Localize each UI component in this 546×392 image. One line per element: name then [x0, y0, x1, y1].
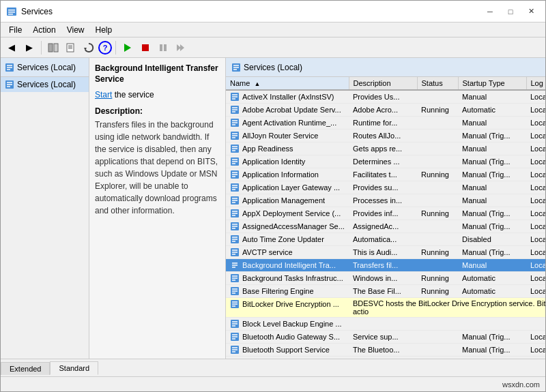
- status-bar: wsxdn.com: [1, 376, 545, 391]
- service-icon: [230, 170, 240, 179]
- main-window: Services ─ □ ✕ File Action View Help ◀ ▶…: [0, 0, 546, 392]
- col-header-status[interactable]: Status: [417, 77, 458, 90]
- service-status-cell: Running: [417, 285, 458, 298]
- show-hide-button[interactable]: [45, 40, 61, 56]
- col-header-logon[interactable]: Log On: [526, 77, 545, 90]
- service-startup-cell: Automatic: [458, 285, 526, 298]
- table-row[interactable]: AppX Deployment Service (... Provides in…: [226, 207, 545, 220]
- service-desc-cell: Routes AllJo...: [349, 130, 417, 142]
- table-row[interactable]: Bluetooth Audio Gateway S... Service sup…: [226, 331, 545, 344]
- svg-rect-12: [142, 44, 149, 51]
- service-logon-cell: Local Sy...: [526, 142, 545, 155]
- service-desc-cell: Determines ...: [349, 155, 417, 168]
- back-button[interactable]: ◀: [3, 40, 20, 56]
- table-row[interactable]: Application Information Facilitates t...…: [226, 168, 545, 181]
- minimize-button[interactable]: ─: [481, 5, 499, 18]
- table-row[interactable]: ActiveX Installer (AxInstSV) Provides Us…: [226, 90, 545, 104]
- table-row[interactable]: Base Filtering Engine The Base Fil... Ru…: [226, 285, 545, 298]
- menu-help[interactable]: Help: [90, 24, 118, 36]
- table-row[interactable]: Application Identity Determines ... Manu…: [226, 155, 545, 168]
- service-status-cell: Running: [417, 104, 458, 117]
- table-row[interactable]: AssignedAccessManager Se... AssignedAc..…: [226, 220, 545, 233]
- menu-view[interactable]: View: [61, 24, 90, 36]
- service-startup-cell: Manual (Trig...: [458, 207, 526, 220]
- service-status-cell: [417, 155, 458, 168]
- service-icon: [230, 273, 240, 283]
- service-startup-cell: [458, 318, 526, 331]
- table-row[interactable]: AllJoyn Router Service Routes AllJo... M…: [226, 130, 545, 142]
- service-icon: [230, 131, 240, 140]
- tree-item-local[interactable]: Services (Local): [1, 77, 89, 92]
- table-row[interactable]: AVCTP service This is Audi... Running Ma…: [226, 246, 545, 259]
- table-row[interactable]: Application Management Processes in... M…: [226, 194, 545, 207]
- services-header-label: Services (Local): [244, 63, 302, 72]
- services-table: Name ▲ Description Status Startup Type L…: [226, 77, 545, 359]
- service-logon-cell: Local Se...: [526, 344, 545, 357]
- stop-service-button[interactable]: [137, 40, 154, 56]
- help-button[interactable]: ?: [98, 41, 112, 55]
- col-header-desc[interactable]: Description: [349, 77, 417, 90]
- start-service-button[interactable]: [119, 40, 136, 56]
- service-status-cell: [417, 142, 458, 155]
- description-text: Transfers files in the background using …: [95, 119, 220, 217]
- service-name-cell: ActiveX Installer (AxInstSV): [226, 91, 349, 103]
- service-name-cell: Agent Activation Runtime_...: [226, 117, 349, 129]
- col-header-name[interactable]: Name ▲: [226, 77, 349, 90]
- menu-file[interactable]: File: [3, 24, 27, 36]
- service-status-cell: [417, 220, 458, 233]
- table-row[interactable]: Background Intelligent Tra... Transfers …: [226, 259, 545, 272]
- service-startup-cell: Manual: [458, 194, 526, 207]
- maximize-button[interactable]: □: [502, 5, 519, 18]
- service-desc-cell: Facilitates t...: [349, 168, 417, 181]
- service-desc-cell: Automatica...: [349, 233, 417, 246]
- service-desc-cell: Transfers fil...: [349, 259, 417, 272]
- service-logon-cell: Local Se...: [526, 233, 545, 246]
- service-desc-cell: Processes in...: [349, 194, 417, 207]
- service-name-cell: AllJoyn Router Service: [226, 130, 349, 142]
- export-button[interactable]: [63, 40, 79, 56]
- close-button[interactable]: ✕: [522, 5, 540, 18]
- start-service-link[interactable]: Start: [95, 90, 112, 100]
- table-row[interactable]: Block Level Backup Engine ...: [226, 318, 545, 331]
- svg-rect-13: [160, 44, 162, 51]
- service-startup-cell: Manual (Trig...: [458, 220, 526, 233]
- table-row[interactable]: Bluetooth User Support Ser... The Blueto…: [226, 357, 545, 359]
- service-desc-cell: Gets apps re...: [349, 142, 417, 155]
- service-name-cell: BitLocker Drive Encryption ...: [226, 298, 349, 310]
- service-desc-cell: Adobe Acro...: [349, 104, 417, 117]
- sort-arrow: ▲: [254, 80, 260, 87]
- resume-service-button[interactable]: [173, 40, 189, 56]
- service-name-cell: Auto Time Zone Updater: [226, 233, 349, 245]
- service-status-cell: [417, 259, 458, 272]
- pause-service-button[interactable]: [155, 40, 171, 56]
- services-scroll-area[interactable]: Name ▲ Description Status Startup Type L…: [226, 77, 545, 359]
- table-row[interactable]: BitLocker Drive Encryption ... BDESVC ho…: [226, 298, 545, 318]
- service-status-cell: [417, 318, 458, 331]
- col-header-startup[interactable]: Startup Type: [458, 77, 526, 90]
- table-row[interactable]: Auto Time Zone Updater Automatica... Dis…: [226, 233, 545, 246]
- menu-action[interactable]: Action: [27, 24, 61, 36]
- service-icon: [230, 332, 240, 342]
- service-name-cell: App Readiness: [226, 142, 349, 155]
- selected-service-name: Background Intelligent Transfer Service: [95, 63, 220, 85]
- service-name-cell: AVCTP service: [226, 246, 349, 258]
- tab-extended[interactable]: Extended: [1, 362, 50, 375]
- table-row[interactable]: Background Tasks Infrastruc... Windows i…: [226, 272, 545, 285]
- table-row[interactable]: Agent Activation Runtime_... Runtime for…: [226, 117, 545, 130]
- service-startup-cell: Manual (Trig...: [458, 246, 526, 259]
- tab-standard[interactable]: Standard: [50, 361, 98, 375]
- refresh-button[interactable]: [81, 40, 97, 56]
- forward-button[interactable]: ▶: [21, 40, 38, 56]
- table-row[interactable]: Application Layer Gateway ... Provides s…: [226, 181, 545, 194]
- table-row[interactable]: App Readiness Gets apps re... Manual Loc…: [226, 142, 545, 155]
- service-logon-cell: Local Sy...: [526, 104, 545, 117]
- service-status-cell: [417, 344, 458, 357]
- table-row[interactable]: Adobe Acrobat Update Serv... Adobe Acro.…: [226, 104, 545, 117]
- service-logon-cell: Local Sy...: [526, 246, 545, 259]
- service-status-cell: [417, 331, 458, 344]
- service-name-cell: Block Level Backup Engine ...: [226, 318, 349, 330]
- service-logon-cell: Local Sy...: [526, 168, 545, 181]
- service-icon: [230, 260, 240, 270]
- table-row[interactable]: Bluetooth Support Service The Bluetoo...…: [226, 344, 545, 357]
- service-icon: [230, 196, 240, 205]
